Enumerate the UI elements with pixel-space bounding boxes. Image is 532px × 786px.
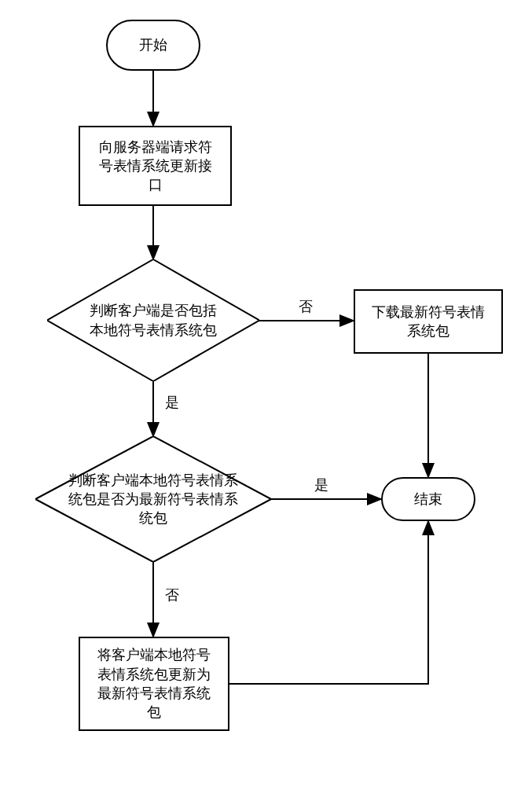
edge-label-yes-2: 是 [314,476,328,494]
edge-label-no-1: 否 [299,297,313,316]
decision-is-latest-package: 判断客户端本地符号表情系 统包是否为最新符号表情系 统包 [35,436,271,562]
process-update-local-package: 将客户端本地符号 表情系统包更新为 最新符号表情系统 包 [79,637,229,731]
request-label: 向服务器端请求符 号表情系统更新接 口 [99,138,212,195]
decision-has-local-package: 判断客户端是否包括 本地符号表情系统包 [47,259,259,381]
terminator-end: 结束 [381,477,475,521]
process-download-latest: 下载最新符号表情 系统包 [354,289,503,354]
is-latest-label: 判断客户端本地符号表情系 统包是否为最新符号表情系 统包 [68,471,238,528]
update-label: 将客户端本地符号 表情系统包更新为 最新符号表情系统 包 [97,645,211,722]
has-local-label: 判断客户端是否包括 本地符号表情系统包 [90,301,217,340]
start-label: 开始 [139,35,167,54]
edge-label-no-2: 否 [165,586,179,604]
edge-label-yes-1: 是 [165,393,179,412]
download-label: 下载最新符号表情 系统包 [372,303,485,341]
end-label: 结束 [414,490,442,509]
process-request-update-api: 向服务器端请求符 号表情系统更新接 口 [79,126,232,206]
terminator-start: 开始 [106,20,200,71]
